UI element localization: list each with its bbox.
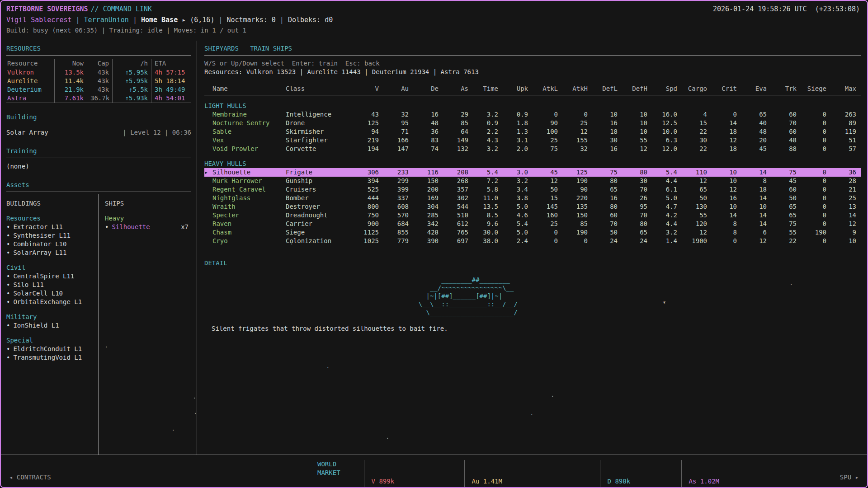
ship-stat-cell: 684 bbox=[383, 220, 413, 228]
ship-name-cell: Raven bbox=[204, 220, 286, 228]
ship-row[interactable]: Nocturne Sentry Drone 125 95 48 85 0.9 1… bbox=[204, 119, 861, 127]
ship-row[interactable]: Specter Dreadnought 750 570 285 510 8.5 … bbox=[204, 211, 861, 220]
ship-stat-cell: 444 bbox=[354, 194, 383, 202]
resource-name: Aurelite bbox=[6, 77, 54, 85]
buildings-panel-title: BUILDINGS bbox=[6, 199, 94, 208]
building-group-military: Military bbox=[6, 313, 94, 321]
ship-column-header: Trk bbox=[771, 84, 801, 93]
spu-nav[interactable]: SPU ▸ bbox=[840, 473, 859, 482]
building-group-special: Special bbox=[6, 336, 94, 345]
ship-stat-cell: 194 bbox=[354, 145, 383, 153]
ship-name-cell: Regent Caravel bbox=[204, 185, 286, 194]
ship-stat-cell: 60 bbox=[771, 110, 801, 119]
ship-row[interactable]: Membraine Intelligence 43 32 16 29 3.2 0… bbox=[204, 110, 861, 119]
ship-stat-cell: 55 bbox=[771, 228, 801, 237]
ship-stat-cell: 357 bbox=[443, 185, 473, 194]
contracts-nav[interactable]: ◂ CONTRACTS bbox=[9, 473, 51, 482]
ship-stat-cell: 89 bbox=[831, 119, 861, 127]
ship-name-cell: Void Prowler bbox=[204, 145, 286, 153]
ship-stat-cell: 22 bbox=[682, 145, 712, 153]
ship-stat-cell: 302 bbox=[443, 194, 473, 202]
ship-stat-cell: 22 bbox=[771, 237, 801, 245]
ship-stat-cell: 342 bbox=[413, 220, 443, 228]
resource-rate: ↑5.95k bbox=[112, 77, 151, 85]
resource-name: Deuterium bbox=[6, 85, 54, 94]
ship-class-cell: Frigate bbox=[286, 168, 354, 177]
ship-row[interactable]: Sable Skirmisher 94 71 36 64 2.2 1.3 100… bbox=[204, 127, 861, 136]
ship-stat-cell: 16 bbox=[413, 110, 443, 119]
ship-stat-cell: 0 bbox=[801, 110, 831, 119]
ship-class-cell: Carrier bbox=[286, 220, 354, 228]
ship-stat-cell: 125 bbox=[562, 168, 592, 177]
ship-class-cell: Siege bbox=[286, 228, 354, 237]
ship-stat-cell: 0 bbox=[801, 220, 831, 228]
ship-stat-cell: 100 bbox=[533, 127, 562, 136]
selection-cursor-icon bbox=[204, 119, 212, 127]
ship-stat-cell: 9 bbox=[831, 228, 861, 237]
ship-row[interactable]: Vex Starfighter 219 166 83 149 4.3 3.1 2… bbox=[204, 136, 861, 145]
ship-stat-cell: 32 bbox=[383, 110, 413, 119]
ship-stat-cell: 10 bbox=[712, 202, 741, 211]
ship-stat-cell: 65 bbox=[741, 110, 771, 119]
selection-cursor-icon bbox=[204, 220, 212, 228]
ship-table: NameClassVAuDeAsTimeUpkAtkLAtkHDefLDefHS… bbox=[204, 84, 861, 245]
bullet-icon: • bbox=[6, 249, 10, 256]
selection-cursor-icon bbox=[204, 110, 212, 119]
selection-cursor-icon bbox=[204, 127, 212, 136]
ship-stat-cell: 90 bbox=[562, 185, 592, 194]
ship-stat-cell: 9.6 bbox=[473, 220, 503, 228]
ship-stat-cell: 4.7 bbox=[652, 202, 682, 211]
app-window: RIFTBORNE SOVEREIGNS// COMMAND LINK 2026… bbox=[0, 0, 868, 488]
ship-stat-cell: 14 bbox=[741, 211, 771, 220]
ship-name-cell: Murk Harrower bbox=[204, 177, 286, 185]
ship-row[interactable]: Void Prowler Corvette 194 147 74 132 3.2… bbox=[204, 145, 861, 153]
ship-column-header: Crit bbox=[712, 84, 741, 93]
ship-stat-cell: 0 bbox=[801, 202, 831, 211]
ship-stat-cell: 612 bbox=[443, 220, 473, 228]
training-title: Training bbox=[6, 147, 191, 158]
ship-row[interactable]: Nightglass Bomber 444 337 169 302 11.0 3… bbox=[204, 194, 861, 202]
ship-column-header: Cargo bbox=[682, 84, 712, 93]
ship-row[interactable]: Regent Caravel Cruisers 525 399 200 357 … bbox=[204, 185, 861, 194]
resource-name: Astra bbox=[6, 94, 54, 103]
ship-row[interactable]: Chasm Siege 1125 855 428 765 30.0 5.0 0 … bbox=[204, 228, 861, 237]
ship-name-cell: Specter bbox=[204, 211, 286, 220]
ship-class-cell: Intelligence bbox=[286, 110, 354, 119]
ship-stat-cell: 125 bbox=[354, 119, 383, 127]
ship-column-header: AtkL bbox=[533, 84, 562, 93]
ship-class-cell: Colonization bbox=[286, 237, 354, 245]
ship-class-cell: Skirmisher bbox=[286, 127, 354, 136]
ship-stat-cell: 4.3 bbox=[473, 136, 503, 145]
building-item: •Silo L11 bbox=[6, 281, 94, 289]
ship-stat-cell: 150 bbox=[413, 177, 443, 185]
ship-stat-cell: 1125 bbox=[354, 228, 383, 237]
ship-stat-cell: 1.4 bbox=[652, 237, 682, 245]
ship-stat-cell: 25 bbox=[562, 119, 592, 127]
ship-row[interactable]: Murk Harrower Gunship 394 299 150 268 7.… bbox=[204, 177, 861, 185]
ship-stat-cell: 0 bbox=[533, 228, 562, 237]
ship-row[interactable]: ▸Silhouette Frigate 306 233 116 208 5.4 … bbox=[204, 168, 861, 177]
ship-stat-cell: 65 bbox=[771, 211, 801, 220]
ship-stat-cell: 544 bbox=[443, 202, 473, 211]
ship-stat-cell: 765 bbox=[443, 228, 473, 237]
ship-row[interactable]: Wraith Destroyer 800 608 304 544 13.5 5.… bbox=[204, 202, 861, 211]
ship-column-header: Class bbox=[286, 84, 354, 93]
ship-stat-cell: 74 bbox=[413, 145, 443, 153]
ship-stat-cell: 21 bbox=[831, 185, 861, 194]
ship-name-cell: Wraith bbox=[204, 202, 286, 211]
ship-stat-cell: 285 bbox=[413, 211, 443, 220]
ship-stat-cell: 135 bbox=[562, 202, 592, 211]
ship-stat-cell: 60 bbox=[592, 211, 622, 220]
star-dot: · bbox=[193, 409, 197, 418]
ship-stat-cell: 8.5 bbox=[473, 211, 503, 220]
ship-row[interactable]: Raven Carrier 900 684 342 612 9.6 5.4 25… bbox=[204, 220, 861, 228]
ship-stat-cell: 80 bbox=[592, 177, 622, 185]
ship-stat-cell: 1025 bbox=[354, 237, 383, 245]
ship-stat-cell: 110 bbox=[682, 168, 712, 177]
ship-stat-cell: 45 bbox=[533, 168, 562, 177]
market-entry: As 1.02M S740 D1.19k 1.02 bbox=[681, 460, 790, 488]
ship-row[interactable]: Cryo Colonization 1025 779 390 697 38.0 … bbox=[204, 237, 861, 245]
resource-rate: ↑5.95k bbox=[112, 68, 151, 77]
ship-stat-cell: 14 bbox=[741, 220, 771, 228]
ship-stat-cell: 65 bbox=[682, 185, 712, 194]
